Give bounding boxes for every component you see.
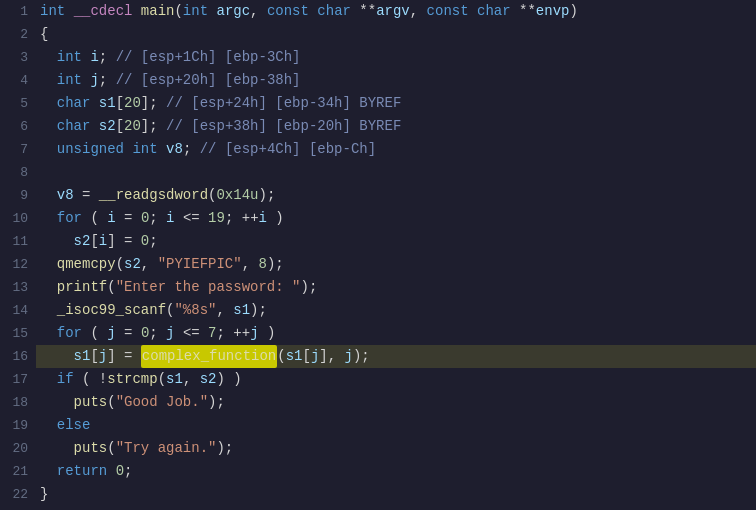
token-complex-fn: complex_function <box>141 345 277 368</box>
token-for15: for <box>57 322 82 345</box>
token-eq9: = <box>74 184 99 207</box>
code-line-10: for ( i = 0 ; i <= 19 ; ++ i ) <box>36 207 756 230</box>
token-paren16a: ( <box>277 345 285 368</box>
token-v8-7: v8 <box>166 138 183 161</box>
line-numbers: 1 2 3 4 5 6 7 8 9 10 11 12 13 14 15 16 1… <box>0 0 36 510</box>
token-s2-6: s2 <box>99 115 116 138</box>
token-paren20b: ); <box>216 437 233 460</box>
token-semi10a: ; <box>149 207 166 230</box>
token-comma14: , <box>216 299 233 322</box>
token-brack16d: ], <box>319 345 344 368</box>
token-strcmp: strcmp <box>107 368 157 391</box>
token-comma1: , <box>250 0 267 23</box>
token-semi4: ; <box>99 69 116 92</box>
code-line-1: int __cdecl main ( int argc , const char… <box>36 0 756 23</box>
token-paren18a: ( <box>107 391 115 414</box>
token-brack11b: ] = <box>107 230 141 253</box>
token-semi7: ; <box>183 138 200 161</box>
token-paren20a: ( <box>107 437 115 460</box>
token-eq10: = <box>116 207 141 230</box>
token-indent13 <box>40 276 57 299</box>
code-container: 1 2 3 4 5 6 7 8 9 10 11 12 13 14 15 16 1… <box>0 0 756 510</box>
token-main: main <box>141 0 175 23</box>
line-num-8: 8 <box>8 161 28 184</box>
line-num-15: 15 <box>8 322 28 345</box>
token-s1-5: s1 <box>99 92 116 115</box>
token-qmemcpy: qmemcpy <box>57 253 116 276</box>
token-space3 <box>309 0 317 23</box>
line-num-10: 10 <box>8 207 28 230</box>
line-num-6: 6 <box>8 115 28 138</box>
code-line-16: s1 [ j ] = complex_function ( s1 [ j ], … <box>36 345 756 368</box>
token-s1-14: s1 <box>233 299 250 322</box>
token-paren12a: ( <box>116 253 124 276</box>
token-cdecl: __cdecl <box>74 0 133 23</box>
token-space-2 <box>132 0 140 23</box>
token-0-11: 0 <box>141 230 149 253</box>
token-s2-12: s2 <box>124 253 141 276</box>
token-str13: "Enter the password: " <box>116 276 301 299</box>
token-space-6a <box>90 115 98 138</box>
token-s1-17: s1 <box>166 368 183 391</box>
token-indent3 <box>40 46 57 69</box>
code-line-8 <box>36 161 756 184</box>
token-j-var: j <box>90 69 98 92</box>
line-num-1: 1 <box>8 0 28 23</box>
token-argc <box>208 0 216 23</box>
token-brack6b: ]; <box>141 115 166 138</box>
token-indent18 <box>40 391 74 414</box>
token-argc-var: argc <box>216 0 250 23</box>
token-indent7 <box>40 138 57 161</box>
line-num-4: 4 <box>8 69 28 92</box>
line-num-13: 13 <box>8 276 28 299</box>
token-paren9a: ( <box>208 184 216 207</box>
token-indent17 <box>40 368 57 391</box>
line-num-17: 17 <box>8 368 28 391</box>
token-indent9 <box>40 184 57 207</box>
token-20-6: 20 <box>124 115 141 138</box>
code-line-7: unsigned int v8 ; // [esp+4Ch] [ebp-Ch] <box>36 138 756 161</box>
token-const1: const <box>267 0 309 23</box>
token-0-15: 0 <box>141 322 149 345</box>
line-num-12: 12 <box>8 253 28 276</box>
line-num-21: 21 <box>8 460 28 483</box>
code-line-18: puts ( "Good Job." ); <box>36 391 756 414</box>
token-brack6: [ <box>116 115 124 138</box>
line-num-9: 9 <box>8 184 28 207</box>
token-paren16b: ); <box>353 345 370 368</box>
code-line-6: char s2 [ 20 ]; // [esp+38h] [ebp-20h] B… <box>36 115 756 138</box>
token-cmt4: // [esp+20h] [ebp-38h] <box>116 69 301 92</box>
token-semi11: ; <box>149 230 157 253</box>
token-paren1: ( <box>174 0 182 23</box>
token-brack16a: [ <box>90 345 98 368</box>
token-paren12b: ); <box>267 253 284 276</box>
token-indent16 <box>40 345 74 368</box>
token-space4 <box>469 0 477 23</box>
token-0-21: 0 <box>116 460 124 483</box>
code-line-14: _isoc99_scanf ( "%8s" , s1 ); <box>36 299 756 322</box>
token-starstar1: ** <box>351 0 376 23</box>
token-else19: else <box>57 414 91 437</box>
token-space-1 <box>65 0 73 23</box>
code-line-17: if ( ! strcmp ( s1 , s2 ) ) <box>36 368 756 391</box>
token-indent21 <box>40 460 57 483</box>
token-space-7b <box>158 138 166 161</box>
token-printf: printf <box>57 276 107 299</box>
code-line-11: s2 [ i ] = 0 ; <box>36 230 756 253</box>
token-paren18b: ); <box>208 391 225 414</box>
token-semi21: ; <box>124 460 132 483</box>
token-j-15b: j <box>166 322 174 345</box>
line-num-5: 5 <box>8 92 28 115</box>
token-char5: char <box>57 92 91 115</box>
token-j-16c: j <box>345 345 353 368</box>
token-lte15: <= <box>175 322 209 345</box>
token-space-3a <box>82 46 90 69</box>
token-for10: for <box>57 207 82 230</box>
token-eq15: = <box>116 322 141 345</box>
token-brace-close: } <box>40 483 48 506</box>
line-num-20: 20 <box>8 437 28 460</box>
token-if17: if <box>57 368 74 391</box>
token-int-1: int <box>40 0 65 23</box>
token-paren9b: ); <box>258 184 275 207</box>
token-i-11: i <box>99 230 107 253</box>
